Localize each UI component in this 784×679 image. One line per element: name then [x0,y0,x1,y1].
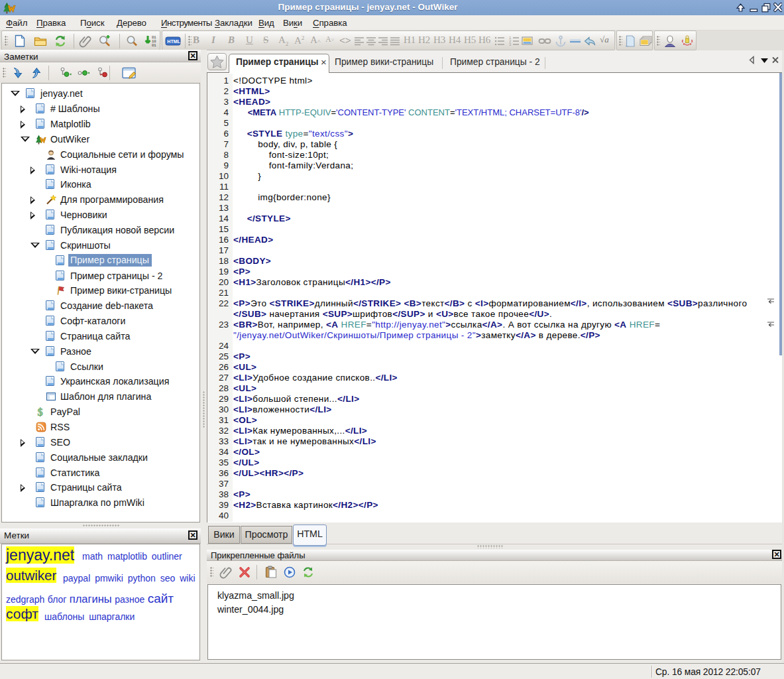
svg-text:01: 01 [152,43,156,48]
svg-text:HTML: HTML [167,38,181,44]
svg-text:$: $ [38,406,43,417]
